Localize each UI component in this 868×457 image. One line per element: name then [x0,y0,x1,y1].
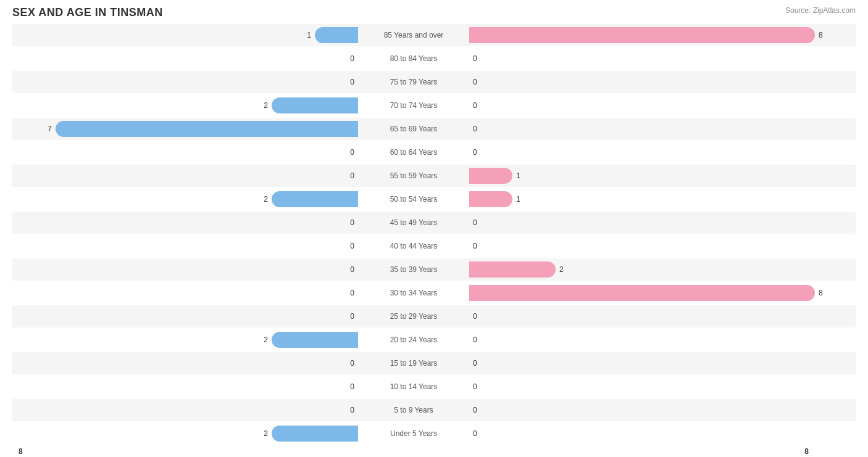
female-bar [469,191,512,207]
right-section: 1 [469,165,815,187]
bars-area: 185 Years and over8080 to 84 Years0075 t… [12,24,856,445]
left-section: 0 [12,399,358,421]
bar-row: 010 to 14 Years0 [12,376,856,398]
age-range-label: 65 to 69 Years [358,123,469,134]
bar-row: 015 to 19 Years0 [12,352,856,374]
chart-title: SEX AND AGE IN TINSMAN [12,6,856,19]
right-section: 0 [469,352,815,374]
right-section: 0 [469,329,815,351]
right-section: 0 [469,118,815,140]
male-value-label: 2 [264,336,268,344]
right-section: 0 [469,71,815,93]
male-value-label: 0 [350,265,354,274]
right-section: 1 [469,188,815,210]
female-value-label: 0 [473,429,477,438]
right-section: 0 [469,47,815,70]
bar-row: 2Under 5 Years0 [12,422,856,445]
female-bar [469,168,512,184]
female-value-label: 0 [473,242,477,250]
female-value-label: 0 [473,382,477,391]
age-range-label: 35 to 39 Years [358,264,469,275]
left-section: 7 [12,118,358,140]
male-value-label: 0 [350,218,354,227]
male-bar [272,426,358,442]
bar-row: 250 to 54 Years1 [12,188,856,210]
male-value-label: 0 [350,54,354,63]
left-section: 2 [12,329,358,351]
age-range-label: 80 to 84 Years [358,53,469,64]
right-section: 0 [469,235,815,257]
age-range-label: 40 to 44 Years [358,241,469,252]
left-section: 1 [12,24,358,46]
female-value-label: 0 [473,406,477,414]
axis-left-label: 8 [12,447,358,456]
left-section: 0 [12,71,358,93]
bar-row: 220 to 24 Years0 [12,329,856,351]
bar-row: 185 Years and over8 [12,24,856,46]
right-section: 0 [469,422,815,445]
female-value-label: 1 [516,195,520,204]
male-bar [56,121,358,137]
bar-row: 025 to 29 Years0 [12,305,856,327]
left-section: 2 [12,422,358,445]
bar-row: 075 to 79 Years0 [12,71,856,93]
right-section: 2 [469,258,815,281]
male-value-label: 0 [350,171,354,180]
female-value-label: 0 [473,148,477,157]
bar-row: 030 to 34 Years8 [12,282,856,304]
male-bar [272,332,358,348]
male-value-label: 0 [350,406,354,414]
age-range-label: 30 to 34 Years [358,287,469,298]
left-section: 0 [12,235,358,257]
bar-row: 035 to 39 Years2 [12,258,856,281]
female-value-label: 0 [473,312,477,321]
bar-row: 05 to 9 Years0 [12,399,856,421]
left-section: 0 [12,352,358,374]
bar-row: 060 to 64 Years0 [12,141,856,163]
age-range-label: 10 to 14 Years [358,381,469,392]
female-bar [469,27,815,43]
female-value-label: 0 [473,359,477,368]
age-range-label: 45 to 49 Years [358,217,469,228]
male-bar [315,27,358,43]
age-range-label: 70 to 74 Years [358,100,469,111]
left-section: 0 [12,165,358,187]
bar-row: 080 to 84 Years0 [12,47,856,70]
source-text: Source: ZipAtlas.com [785,6,856,15]
right-section: 0 [469,305,815,327]
right-section: 8 [469,282,815,304]
male-value-label: 0 [350,78,354,86]
left-section: 2 [12,94,358,117]
female-value-label: 0 [473,218,477,227]
female-value-label: 0 [473,125,477,133]
male-value-label: 0 [350,312,354,321]
age-range-label: 15 to 19 Years [358,358,469,369]
female-bar [469,261,556,278]
left-section: 0 [12,282,358,304]
left-section: 0 [12,141,358,163]
left-section: 0 [12,305,358,327]
bar-row: 270 to 74 Years0 [12,94,856,117]
female-bar [469,285,815,301]
female-value-label: 1 [516,171,520,180]
age-range-label: 20 to 24 Years [358,334,469,345]
bar-row: 055 to 59 Years1 [12,165,856,187]
age-range-label: Under 5 Years [358,428,469,439]
chart-container: SEX AND AGE IN TINSMAN Source: ZipAtlas.… [0,0,868,457]
female-value-label: 0 [473,101,477,110]
bar-row: 045 to 49 Years0 [12,212,856,234]
axis-right-label: 8 [469,447,815,456]
left-section: 0 [12,376,358,398]
male-bar [272,191,358,207]
right-section: 0 [469,399,815,421]
female-value-label: 8 [819,31,823,39]
female-value-label: 0 [473,54,477,63]
female-value-label: 8 [819,289,823,297]
male-value-label: 0 [350,359,354,368]
age-range-label: 60 to 64 Years [358,147,469,158]
bar-row: 040 to 44 Years0 [12,235,856,257]
male-value-label: 1 [307,31,311,39]
right-section: 0 [469,376,815,398]
male-value-label: 0 [350,382,354,391]
left-section: 0 [12,212,358,234]
